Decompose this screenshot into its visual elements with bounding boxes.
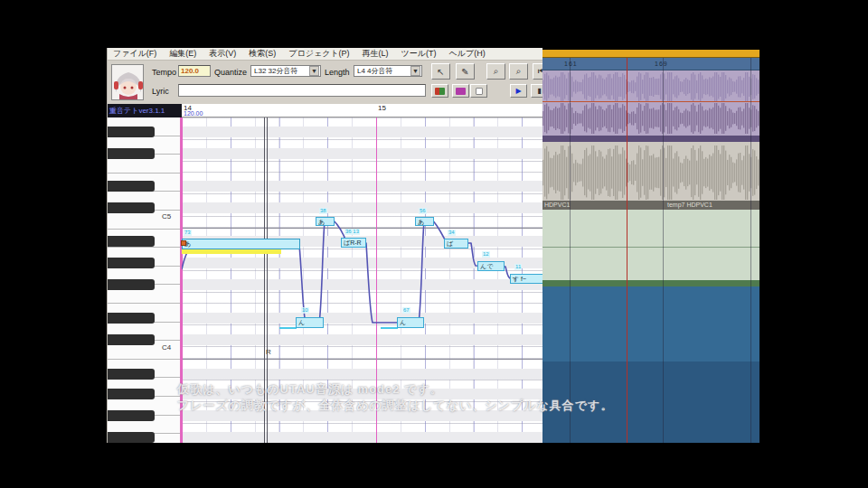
clip-name-right: temp7 HDPVC1 xyxy=(667,201,712,210)
menu-item-6[interactable]: ツール(T) xyxy=(401,48,437,60)
daw-area-blue-upper[interactable] xyxy=(542,286,760,361)
ruler-tempo: 120.00 xyxy=(184,110,203,117)
piano-keyboard[interactable]: C5 C4 xyxy=(108,117,182,443)
avatar-image xyxy=(112,65,144,100)
chevron-down-icon[interactable]: ▼ xyxy=(309,66,319,76)
note[interactable]: ん xyxy=(296,317,324,328)
note[interactable]: ば xyxy=(444,239,468,249)
voicebank-name: 重音テトver3.1.1 xyxy=(108,104,182,117)
black-key[interactable] xyxy=(108,148,155,159)
note-tag: 73 xyxy=(184,230,192,236)
menu-bar: ファイル(F)編集(E)表示(V)検索(S)プロジェクト(P)再生(L)ツール(… xyxy=(108,48,542,61)
ACPT-stamp-button[interactable] xyxy=(431,84,448,98)
black-key[interactable] xyxy=(108,313,155,324)
play-button[interactable]: ▶ xyxy=(510,84,527,98)
stamp-icon xyxy=(435,88,445,95)
piano-roll-ruler[interactable]: 重音テトver3.1.1 14 120.00 15 xyxy=(108,104,542,117)
rest-label: R xyxy=(266,348,271,356)
daw-timeline-ruler[interactable]: 161 169 xyxy=(542,58,760,70)
row-stripe xyxy=(182,313,542,324)
octave-line xyxy=(182,359,542,360)
black-key[interactable] xyxy=(108,181,155,192)
length-select[interactable]: L4 4分音符 ▼ xyxy=(354,65,422,77)
note[interactable]: あ xyxy=(415,217,434,226)
draw-tool-button[interactable]: ✎ xyxy=(456,63,475,80)
waveform-lower xyxy=(542,103,760,134)
menu-item-2[interactable]: 表示(V) xyxy=(209,48,236,60)
black-key[interactable] xyxy=(108,202,155,213)
key-label-c5: C5 xyxy=(162,212,171,221)
track-divider-line xyxy=(542,247,760,248)
black-key[interactable] xyxy=(108,369,155,380)
note[interactable]: あ xyxy=(182,239,300,249)
note-tag: 34 xyxy=(448,230,456,236)
region-stamp-button[interactable] xyxy=(452,84,469,98)
black-key[interactable] xyxy=(108,410,155,421)
black-key[interactable] xyxy=(108,389,155,399)
mode-icon xyxy=(476,88,483,95)
waveform-upper xyxy=(542,72,760,101)
tempo-label: Tempo xyxy=(152,68,176,77)
note-tag: 56 xyxy=(419,208,427,214)
clip-name-left: HDPVC1 xyxy=(544,201,570,210)
menu-item-3[interactable]: 検索(S) xyxy=(249,48,276,60)
note[interactable]: す f~ xyxy=(510,274,542,284)
playhead-line xyxy=(627,58,627,443)
select-tool-button[interactable]: ↖ xyxy=(431,63,450,80)
zoom-in-button[interactable]: ⌕ xyxy=(486,63,505,80)
note-tag: 10 xyxy=(301,307,309,314)
grid-line xyxy=(663,58,664,443)
quantize-value: L32 32分音符 xyxy=(254,66,297,76)
note[interactable]: ばR-R xyxy=(341,238,366,248)
subtitle-line-2: フレーズの調教ですが、全体含めの調整はしてない、シンプルな具合です。 xyxy=(177,398,613,414)
tempo-field[interactable]: 120.0 xyxy=(178,65,211,77)
daw-ruler-mark: 161 xyxy=(564,61,578,67)
row-stripe xyxy=(182,181,542,192)
mode-button[interactable] xyxy=(470,84,487,98)
stamp-icon xyxy=(456,88,466,95)
chevron-down-icon[interactable]: ▼ xyxy=(410,66,420,76)
quantize-select[interactable]: L32 32分音符 ▼ xyxy=(250,65,321,77)
note[interactable]: んで xyxy=(477,261,505,271)
track-footer-strip xyxy=(542,136,760,142)
note[interactable]: ん xyxy=(397,317,424,328)
clip-name-strip: HDPVC1 temp7 HDPVC1 xyxy=(542,201,760,210)
note-tag: 36 13 xyxy=(344,229,360,235)
waveform-center xyxy=(542,145,760,200)
length-value: L4 4分音符 xyxy=(357,66,393,76)
black-key[interactable] xyxy=(108,127,155,137)
menu-item-7[interactable]: ヘルプ(H) xyxy=(449,48,486,60)
note-edit-handle[interactable] xyxy=(181,240,186,246)
track-footer-strip xyxy=(542,280,760,286)
daw-track-instrumental[interactable]: HDPVC1 temp7 HDPVC1 xyxy=(542,142,760,210)
toolbar: Tempo 120.0 Quantize L32 32分音符 ▼ Length … xyxy=(108,61,542,104)
menu-item-1[interactable]: 編集(E) xyxy=(169,48,196,60)
clip-boundary-line xyxy=(542,101,760,102)
row-stripe xyxy=(182,127,542,137)
grid-line xyxy=(570,58,571,443)
length-label: Length xyxy=(325,68,350,77)
black-key[interactable] xyxy=(108,432,155,443)
menu-item-5[interactable]: 再生(L) xyxy=(363,48,389,60)
daw-track-empty-green[interactable] xyxy=(542,210,760,286)
note-tag: 12 xyxy=(482,251,490,258)
black-key[interactable] xyxy=(108,236,155,247)
row-stripe xyxy=(182,202,542,213)
voicebank-avatar[interactable] xyxy=(111,64,144,100)
menu-item-0[interactable]: ファイル(F) xyxy=(113,48,156,60)
daw-track-vocal[interactable] xyxy=(542,70,760,142)
black-key[interactable] xyxy=(108,334,155,345)
black-key[interactable] xyxy=(108,279,155,290)
note[interactable]: あ xyxy=(316,217,335,226)
zoom-out-button[interactable]: ⌕ xyxy=(509,63,528,80)
lyric-input[interactable] xyxy=(178,84,426,97)
key-label-c4: C4 xyxy=(162,343,171,352)
menu-item-4[interactable]: プロジェクト(P) xyxy=(288,48,349,60)
row-stripe xyxy=(182,334,542,345)
grid-line xyxy=(750,58,751,443)
black-key[interactable] xyxy=(108,258,155,268)
lyric-label: Lyric xyxy=(152,87,169,96)
row-stripe xyxy=(182,432,542,443)
note-tag: 38 xyxy=(319,208,327,214)
daw-marker-bar[interactable] xyxy=(542,50,760,58)
